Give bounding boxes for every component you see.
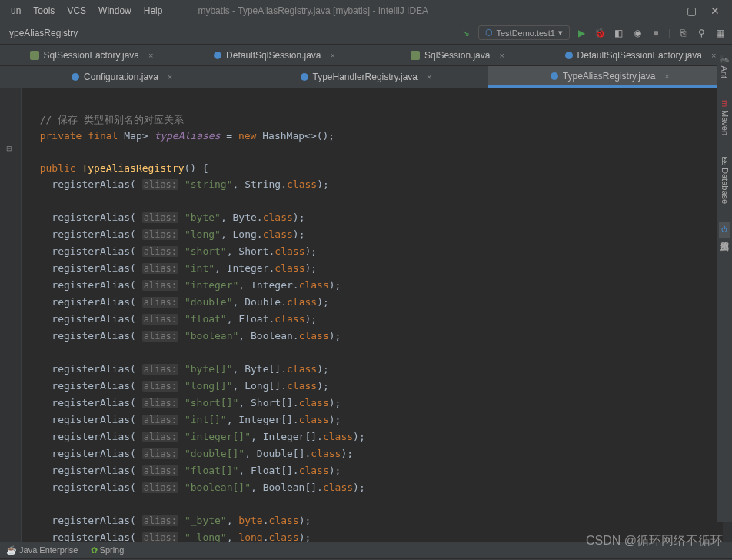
toolwindow-maven[interactable]: m Maven [720,97,730,138]
debug-button[interactable]: 🐞 [594,27,607,39]
tab-label: DefaultSqlSessionFactory.java [577,50,703,61]
search-button[interactable]: ⚲ [695,27,707,39]
tab-label: SqlSessionFactory.java [44,50,140,61]
close-button[interactable]: ✕ [710,5,720,17]
class-icon [565,52,573,59]
maximize-button[interactable]: ▢ [687,5,697,17]
build-icon[interactable]: ↘ [460,27,472,39]
minimize-button[interactable]: — [662,5,673,17]
tab-label: SqlSession.java [424,50,490,61]
toolwindow-应用浏览器[interactable]: ⟲ 应用浏览器 [719,222,730,238]
bottom-toolwindow-bar: ☕ Java Enterprise ✿ Spring [0,542,732,558]
tab-close-button[interactable]: × [711,51,716,60]
tab-label: TypeAliasRegistry.java [563,71,656,82]
editor-tab[interactable]: TypeAliasRegistry.java× [488,66,732,88]
toolbar: ↘ ⬡TestDemo.test1▾ ▶ 🐞 ◧ ◉ ■ | ⎘ ⚲ ▦ [460,25,726,40]
menu-vcs[interactable]: VCS [62,4,91,18]
editor-tab[interactable]: TypeHandlerRegistry.java× [244,66,487,88]
tab-label: DefaultSqlSession.java [226,50,321,61]
coverage-button[interactable]: ◧ [613,27,625,39]
menu-window[interactable]: Window [94,4,136,18]
menu-help[interactable]: Help [139,4,168,18]
code-area[interactable]: // 保存 类型和别名的对应关系 private final Map> type… [22,88,723,542]
editor-tabs-row2: Configuration.java×TypeHandlerRegistry.j… [0,66,732,88]
window-title: mybatis - TypeAliasRegistry.java [mybati… [167,5,662,16]
tab-close-button[interactable]: × [499,51,504,60]
toolwindow-ant[interactable]: 🐜 Ant [720,51,730,82]
run-button[interactable]: ▶ [576,27,588,39]
editor-tabs-row1: SqlSessionFactory.java×DefaultSqlSession… [0,45,732,66]
tab-label: TypeHandlerRegistry.java [313,72,418,82]
window-controls: — ▢ ✕ [662,5,726,17]
tool-java-enterprise[interactable]: ☕ Java Enterprise [6,545,78,555]
tab-close-button[interactable]: × [168,72,172,82]
fold-handle[interactable]: ⊟ [6,145,12,152]
menu-run[interactable]: un [6,4,25,18]
right-toolwindow-bar: 🐜 Antm Maven🗄 Database⟲ 应用浏览器 [717,45,732,522]
editor-tab[interactable]: DefaultSqlSessionFactory.java× [549,45,732,65]
editor-tab[interactable]: SqlSessionFactory.java× [0,45,183,65]
tab-label: Configuration.java [84,72,158,82]
navigation-bar: ypeAliasRegistry ↘ ⬡TestDemo.test1▾ ▶ 🐞 … [0,22,732,45]
class-icon [72,73,79,81]
breadcrumb[interactable]: ypeAliasRegistry [6,28,78,38]
tab-close-button[interactable]: × [427,72,431,82]
settings-button[interactable]: ▦ [714,27,726,39]
stop-button[interactable]: ■ [650,27,662,39]
editor-tab[interactable]: Configuration.java× [0,66,244,88]
editor: ⊟ // 保存 类型和别名的对应关系 private final Map> ty… [0,88,732,542]
profile-button[interactable]: ◉ [631,27,644,39]
titlebar: un Tools VCS Window Help mybatis - TypeA… [0,0,732,22]
gutter[interactable]: ⊟ [0,88,22,542]
tab-close-button[interactable]: × [330,51,334,60]
interface-icon [411,51,420,60]
class-icon [301,73,308,81]
interface-icon [30,51,39,60]
class-icon [214,52,221,59]
class-icon [551,72,558,80]
tab-close-button[interactable]: × [148,51,153,60]
editor-tab[interactable]: DefaultSqlSession.java× [183,45,366,65]
tab-close-button[interactable]: × [664,72,669,81]
tool-spring[interactable]: ✿ Spring [91,545,125,555]
run-configuration[interactable]: ⬡TestDemo.test1▾ [478,25,569,40]
git-button[interactable]: ⎘ [677,27,689,39]
editor-tab[interactable]: SqlSession.java× [366,45,549,65]
toolwindow-database[interactable]: 🗄 Database [720,154,730,207]
main-menu: un Tools VCS Window Help [6,4,167,18]
menu-tools[interactable]: Tools [28,4,59,18]
